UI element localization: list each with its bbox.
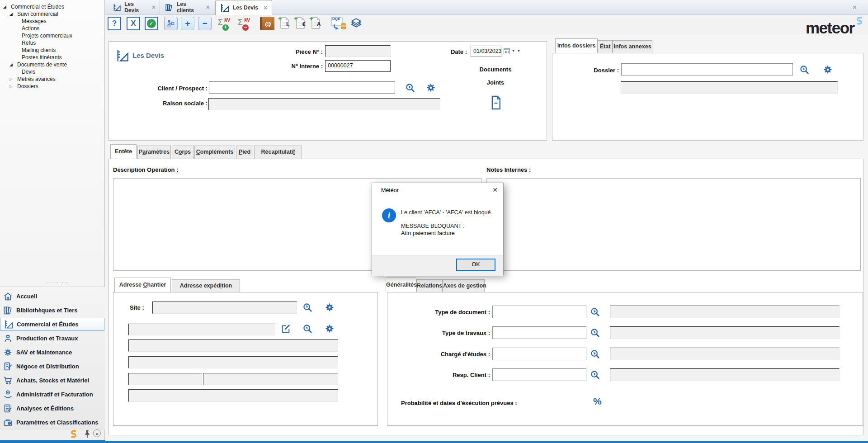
nav-item-bibliotheques[interactable]: Bibliothèques et Tiers [0,304,105,317]
date-dropdown-icon[interactable]: ▾ [518,48,520,53]
add-article-button[interactable]: + A [310,16,323,31]
collapse-button[interactable]: − [198,17,212,30]
tree-item[interactable]: Projets commerciaux [22,33,72,39]
tree-item[interactable]: Refus [22,40,36,47]
charge-etudes-input[interactable] [492,348,586,360]
tab-corps[interactable]: Corps [172,146,193,159]
search-icon[interactable] [590,307,600,317]
nav-item-accueil[interactable]: Accueil [0,290,105,303]
nav-item-label: SAV et Maintenance [16,349,72,356]
search-icon[interactable] [405,83,415,93]
add-line-button[interactable]: + L [279,16,292,31]
search-icon[interactable] [799,65,809,75]
tree-item[interactable]: Dossiers [17,83,38,90]
tree-item[interactable]: Actions [22,25,39,32]
tree-collapser-icon[interactable]: ▷ [9,76,13,83]
tab-les-devis-1[interactable]: Les Devis × [108,0,160,14]
tree-item[interactable]: Suivi commercial [17,11,58,18]
gear-icon[interactable] [325,302,335,312]
tab-label: ompléments [200,149,234,155]
nav-item-parametres[interactable]: Paramètres et Classifications [0,416,105,429]
expand-button[interactable]: + [181,17,194,30]
resp-client-input[interactable] [492,368,586,381]
tree-expander-icon[interactable]: ◢ [9,61,13,68]
tab-label: Adresse expéd [180,283,220,289]
tree-expander-icon[interactable]: ◢ [3,4,6,10]
internal-number-input[interactable]: 00000027 [325,60,391,72]
tree-collapser-icon[interactable]: ▷ [9,83,13,90]
documents-label: Documents [466,66,525,73]
tree-item[interactable]: Postes itinérants [22,54,62,61]
validate-button[interactable]: ✓ [145,17,158,30]
notes-internes-textarea[interactable] [486,178,861,271]
nav-item-production[interactable]: Production et Travaux [0,332,105,345]
tab-close-icon[interactable]: × [206,4,210,11]
nav-item-commercial[interactable]: Commercial et Études [0,318,104,331]
search-icon[interactable] [302,324,312,334]
application-window: ◢ Commercial et Études ◢ Suivi commercia… [0,0,868,443]
sum-add-button[interactable]: Σ §V + [217,17,235,31]
tree-item[interactable]: Documents de vente [17,61,67,68]
address-line1-field [128,339,338,352]
nav-item-administratif[interactable]: Administratif et Facturation [0,388,105,401]
tree-item[interactable]: Devis [22,69,35,75]
dialog-close-icon[interactable]: ✕ [492,186,498,193]
percent-icon[interactable]: % [593,396,602,407]
search-icon[interactable] [590,370,600,380]
calendar-icon[interactable] [503,47,510,55]
contacts-button[interactable]: @ [260,17,274,30]
tree-expander-icon[interactable]: ◢ [9,11,13,18]
tree-item[interactable]: Messages [22,18,47,25]
tab-etat[interactable]: État [598,40,613,53]
date-input[interactable]: 01/03/2023 [471,46,501,57]
search-icon[interactable] [590,328,600,338]
edit-icon[interactable] [281,324,291,334]
tree-item[interactable]: Métrés avancés [17,76,56,83]
gear-icon[interactable] [325,324,335,334]
client-prospect-input[interactable] [209,81,395,94]
add-euro-button[interactable]: + € [295,16,307,31]
tab-generalites[interactable]: Généralités [386,278,416,292]
tab-infos-annexes[interactable]: Infos annexes [613,40,652,53]
tree-item[interactable]: Commercial et Études [11,4,64,10]
tab-close-icon[interactable]: × [264,4,267,11]
gear-icon[interactable] [823,65,833,75]
type-document-input[interactable] [492,306,586,318]
sum-remove-button[interactable]: Σ §V − [237,17,255,31]
tab-les-clients[interactable]: Les clients × [161,0,214,14]
gear-icon[interactable] [426,83,436,93]
ok-button[interactable]: OK [456,259,495,271]
tab-recapitulatif[interactable]: Récapitulatif [254,146,302,159]
tab-adresse-chantier[interactable]: Adresse Chantier [114,278,171,292]
layers-button[interactable] [349,17,363,30]
search-icon[interactable] [302,302,312,312]
nav-item-achats[interactable]: Achats, Stocks et Matériel [0,374,105,387]
type-travaux-input[interactable] [492,326,586,339]
tab-adresse-expedition[interactable]: Adresse expédition [172,279,240,292]
tab-relations[interactable]: Relations [416,279,443,292]
search-icon[interactable] [590,349,600,359]
nav-item-sav[interactable]: SAV et Maintenance [0,346,105,359]
help-button[interactable]: ? [108,17,121,30]
nav-item-analyses[interactable]: Analyses et Éditions [0,402,105,415]
tab-close-icon[interactable]: × [152,4,156,11]
tab-parametres[interactable]: Paramètres [137,146,171,159]
pin-icon[interactable] [83,429,91,438]
tab-complements[interactable]: Compléments [194,146,235,159]
tree-view-button[interactable] [164,17,178,30]
tab-axes-de-gestion[interactable]: Axes de gestion [443,279,485,292]
tab-entete[interactable]: Entête [110,144,137,159]
tree-item[interactable]: Mailing clients [22,47,56,54]
collapse-sidebar-icon[interactable]: « [93,429,101,437]
date-dropdown-icon[interactable]: ▾ [512,48,514,53]
tab-infos-dossiers[interactable]: Infos dossiers [555,38,598,53]
nav-item-negoce[interactable]: Négoce et Distribution [0,360,105,373]
splitter-grip[interactable]: ········· [40,280,76,285]
close-all-tabs-icon[interactable]: × [853,3,857,11]
dqe-import-button[interactable]: DQE [330,16,347,31]
tab-pied[interactable]: Pied [236,146,253,159]
dossier-input[interactable] [621,63,793,75]
cancel-button[interactable]: X [127,17,140,30]
attached-document-icon[interactable] [490,95,502,110]
tab-les-devis-2-active[interactable]: Les Devis × [215,0,272,15]
